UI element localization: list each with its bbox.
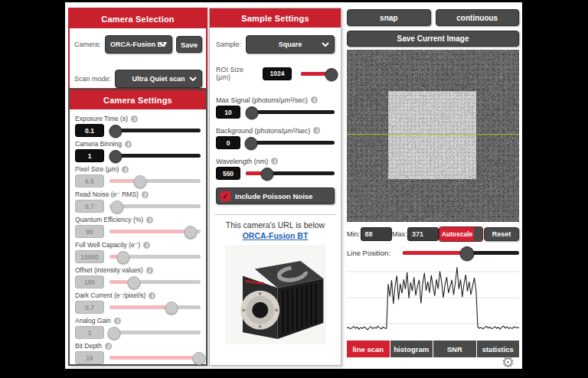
slider-fill [109,356,199,360]
exposure-time-label: Exposure Time (s) [75,115,128,122]
slider-handle[interactable] [184,226,197,239]
info-icon[interactable]: i [114,318,121,324]
main-panel: Camera Selection Camera: ORCA-Fusion BT … [65,2,522,369]
info-icon[interactable]: i [122,166,129,173]
info-icon[interactable]: i [142,191,149,198]
quantum-efficiency-label: Quantum Efficiency (%) [75,216,143,223]
analog-gain-slider[interactable] [109,327,201,338]
slider-handle[interactable] [246,106,259,119]
camera-product-image [225,245,326,344]
background-label: Background (photons/µm²/sec) [216,127,310,135]
slider-track[interactable] [246,141,335,145]
info-icon[interactable]: i [131,116,138,122]
include-poisson-noise-toggle[interactable]: ✓ Include Poisson Noise [216,187,335,204]
camera-select-value: ORCA-Fusion BT [110,41,167,48]
max-signal-slider[interactable] [246,106,335,118]
camera-url-caption: This camera's URL is below [210,220,341,230]
slider-track[interactable] [246,110,335,114]
info-icon[interactable]: i [146,217,153,223]
max-input[interactable]: 371 [407,227,439,241]
offset-slider[interactable] [109,276,201,288]
camera-binning-slider[interactable] [109,150,201,161]
exposure-time-slider[interactable] [109,125,201,136]
bit-depth-slider[interactable] [109,352,201,363]
scan-mode-label: Scan mode: [74,75,111,83]
chevron-down-icon [159,42,167,47]
info-icon[interactable]: i [271,158,278,165]
slider-handle[interactable] [459,246,474,261]
save-camera-button[interactable]: Save [176,36,202,53]
slider-track[interactable] [109,154,201,158]
reset-button[interactable]: Reset [484,227,519,241]
acquisition-buttons: snap continuous [347,9,519,26]
background-slider[interactable] [246,137,335,148]
min-input[interactable]: 88 [361,227,392,241]
camera-image-display[interactable] [347,50,519,222]
autoscale-knob[interactable] [474,227,482,241]
camera-selection-panel: Camera Selection Camera: ORCA-Fusion BT … [68,8,207,90]
slider-handle[interactable] [192,352,205,365]
quantum-efficiency-slider[interactable] [109,226,201,237]
tab-SNR[interactable]: SNR [433,341,476,357]
continuous-button[interactable]: continuous [436,9,520,26]
exposure-time-group: Exposure Time (s)i0.1 [75,114,201,139]
slider-track[interactable] [109,129,201,132]
wavelength-slider[interactable] [246,168,335,179]
camera-settings-sliders: Exposure Time (s)i0.1Camera Binningi1Pix… [70,109,206,367]
autoscale-toggle[interactable]: Autoscale [439,226,483,242]
pixel-size-group: Pixel Size (µm)i6.5 [75,165,201,190]
info-icon[interactable]: i [143,242,150,249]
slider-handle[interactable] [260,168,273,181]
checkbox-checked-icon[interactable]: ✓ [220,191,230,201]
slider-handle[interactable] [109,125,122,138]
tab-line-scan[interactable]: line scan [347,341,390,357]
camera-binning-label: Camera Binning [75,140,122,148]
read-noise-slider[interactable] [109,200,201,212]
slider-handle[interactable] [134,175,147,188]
slider-track[interactable] [109,331,201,334]
wavelength-label: Wavelength (nm) [216,158,268,165]
settings-gear-icon[interactable]: ⚙ [501,355,514,370]
max-signal-label: Max Signal (photons/µm²/sec) [216,96,308,104]
middle-column: Sample Settings Sample: Square ROI Size … [209,2,341,369]
pixel-size-slider[interactable] [109,175,201,187]
min-label: Min: [347,230,360,238]
tab-histogram[interactable]: histogram [390,341,433,357]
full-well-capacity-group: Full Well Capacity (e⁻)i15000 [75,240,201,266]
slider-handle[interactable] [109,150,122,163]
slider-handle[interactable] [244,137,257,150]
slider-handle[interactable] [325,68,338,81]
slider-handle[interactable] [116,251,129,264]
offset-label: Offset (intensity values) [75,266,143,274]
full-well-capacity-slider[interactable] [109,251,201,262]
roi-size-row: ROI Size (µm) 1024 [216,66,335,81]
info-icon[interactable]: i [311,96,318,103]
snap-button[interactable]: snap [347,9,431,26]
chevron-down-icon [322,42,329,47]
analog-gain-value: 1 [75,326,104,339]
chevron-down-icon [189,77,197,81]
roi-size-slider[interactable] [301,68,335,80]
max-signal-group: Max Signal (photons/µm²/sec)i10 [216,95,335,119]
info-icon[interactable]: i [149,292,155,299]
info-icon[interactable]: i [125,141,132,148]
save-current-image-button[interactable]: Save Current Image [347,31,519,47]
line-position-slider[interactable] [403,246,519,259]
sample-select[interactable]: Square [246,35,335,54]
camera-select[interactable]: ORCA-Fusion BT [105,35,172,54]
line-scan-plot [347,263,519,332]
slider-handle[interactable] [107,327,120,340]
dark-current-slider[interactable] [109,301,201,313]
slider-handle[interactable] [165,301,178,314]
bit-depth-value: 16 [75,351,104,364]
analog-gain-group: Analog Gaini1 [75,316,201,341]
slider-handle[interactable] [110,200,123,213]
camera-url-link[interactable]: ORCA-Fusion BT [210,231,341,240]
info-icon[interactable]: i [146,267,153,274]
quantum-efficiency-group: Quantum Efficiency (%)i95 [75,215,201,240]
wavelength-value: 550 [216,167,240,180]
scan-mode-select[interactable]: Ultra Quiet scan [115,70,202,88]
info-icon[interactable]: i [313,127,320,134]
slider-handle[interactable] [128,276,141,289]
info-icon[interactable]: i [105,343,112,350]
